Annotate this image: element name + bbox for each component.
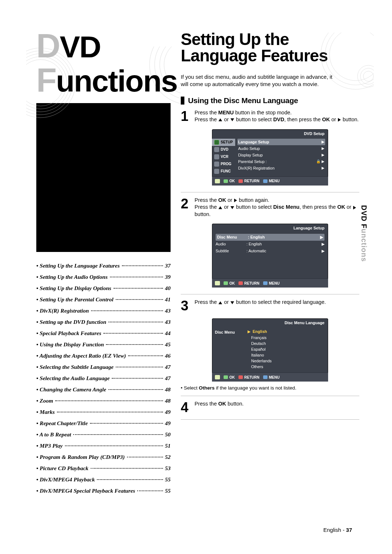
toc-dots: [91, 310, 163, 311]
toc-row: DivX(R) Registration43: [36, 305, 171, 316]
side-tab-label: DVD Functions: [360, 205, 368, 262]
svg-point-12: [358, 65, 374, 87]
toc-row: Setting Up the Parental Control41: [36, 294, 171, 305]
arrow-right-icon: ▶: [319, 249, 324, 253]
arrow-right-icon: ▶: [322, 166, 324, 170]
blue-button-icon: [263, 375, 268, 379]
osd-row-label: Disc Menu: [215, 329, 244, 370]
toc-row: MP3 Play51: [36, 440, 171, 451]
toc-page: 37: [165, 260, 171, 271]
toc-label: Adjusting the Aspect Ratio (EZ View): [36, 350, 126, 361]
toc-row: Special Playback Features44: [36, 327, 171, 339]
play-icon: ▶: [248, 329, 251, 334]
toc-dots: [65, 445, 163, 446]
step-block: 3 Press the or button to select the requ…: [181, 299, 359, 396]
red-button-icon: [238, 375, 243, 379]
svg-point-13: [360, 68, 374, 84]
setting-label: Subtitle: [216, 249, 246, 253]
osd-language-option: Español: [248, 346, 325, 352]
heading-bar-icon: [181, 97, 184, 105]
step-block: 2 Press the OK or button again. Press th…: [181, 197, 359, 295]
up-icon: [219, 118, 222, 121]
arrow-right-icon: ▶: [322, 146, 324, 150]
setting-value: : English: [248, 235, 317, 240]
down-icon: [230, 118, 234, 121]
osd-language-option: Others: [248, 364, 325, 370]
toc-row: Setting Up the Audio Options39: [36, 271, 171, 282]
toc-dots: [91, 468, 163, 469]
tab-label: FUNC: [221, 169, 231, 173]
toc-dots: [114, 288, 163, 289]
black-placeholder: [36, 103, 171, 252]
subsection-text: Using the Disc Menu Language: [188, 96, 298, 105]
option-label: Italiano: [251, 353, 264, 357]
play-icon: [353, 206, 356, 209]
toc-row: Setting Up the Display Options40: [36, 282, 171, 294]
tab-label: VCR: [221, 155, 228, 159]
option-label: Español: [251, 347, 266, 351]
osd-title: Language Setup: [212, 224, 328, 232]
osd-setting-row: Subtitle: Automatic▶: [216, 248, 324, 254]
left-column: DVD Functions Setting Up the Language Fe…: [36, 29, 171, 532]
osd-side-tab: DVD: [212, 146, 235, 153]
step-number: 3: [181, 299, 191, 313]
step-text: Press the or button to select the requir…: [195, 299, 359, 313]
step-text: Press the OK or button again. Press the …: [195, 197, 359, 218]
title-initial: D: [36, 27, 60, 64]
toc-dots: [109, 322, 163, 322]
toc-dots: [137, 490, 163, 491]
step-block: 4 Press the OK button.: [181, 400, 359, 420]
toc-row: DivX/MPEG4 Special Playback Features55: [36, 485, 171, 496]
toc-page: 47: [165, 361, 171, 372]
toc-dots: [110, 277, 163, 277]
menu-item-label: Display Setup: [238, 153, 263, 157]
osd-side-tabs: SETUPDVDVCRPROGFUNC: [212, 137, 235, 176]
toc-row: Program & Random Play (CD/MP3)52: [36, 451, 171, 463]
toc-page: 55: [165, 474, 171, 485]
page-footer: English - 37: [323, 527, 352, 533]
menu-item-label: Parental Setup :: [238, 159, 267, 164]
arrow-right-icon: ▶: [317, 235, 323, 240]
play-icon: [338, 118, 341, 122]
toc-dots: [122, 265, 163, 266]
arrow-right-icon: ▶: [322, 140, 324, 144]
toc-row: Zoom48: [36, 395, 171, 406]
osd-bottom-bar: OK RETURN MENU: [212, 176, 328, 186]
osd-language-setup-screenshot: Language Setup Disc Menu: English▶Audio:…: [212, 224, 328, 288]
toc-page: 44: [165, 327, 171, 339]
tab-icon: [214, 169, 219, 174]
toc-dots: [116, 299, 163, 300]
osd-bottom-bar: OK RETURN MENU: [212, 372, 328, 382]
menu-item-label: Audio Setup: [238, 146, 260, 151]
toc-page: 49: [165, 417, 171, 429]
toc-page: 50: [165, 429, 171, 440]
move-icon: [215, 281, 220, 285]
osd-title: DVD Setup: [212, 129, 328, 137]
move-icon: [215, 179, 220, 183]
green-button-icon: [224, 179, 228, 183]
toc-label: Using the Display Function: [36, 339, 104, 350]
toc-page: 43: [165, 305, 171, 316]
toc-label: Selecting the Subtitle Language: [36, 361, 114, 372]
step-text: Press the MENU button in the stop mode. …: [195, 109, 359, 123]
table-of-contents: Setting Up the Language Features37Settin…: [36, 260, 171, 496]
option-label: Français: [251, 335, 266, 340]
toc-label: Selecting the Audio Language: [36, 372, 110, 384]
intro-paragraph: If you set disc menu, audio and subtitle…: [181, 73, 337, 88]
osd-menu-item: Parental Setup :🔒 ▶: [237, 158, 325, 165]
toc-dots: [106, 344, 163, 345]
tab-icon: [214, 154, 219, 159]
osd-language-list: ▶EnglishFrançaisDeutschEspañolItalianoNe…: [248, 329, 325, 370]
osd-side-tab: FUNC: [212, 168, 235, 175]
setting-value: : English: [246, 242, 319, 247]
svg-point-14: [363, 71, 373, 81]
option-label: Deutsch: [251, 341, 266, 346]
osd-menu-item: Language Setup▶: [237, 139, 325, 145]
blue-button-icon: [263, 281, 268, 285]
move-icon: [215, 375, 220, 379]
toc-dots: [127, 457, 163, 457]
toc-label: DivX/MPEG4 Special Playback Features: [36, 485, 135, 496]
toc-page: 45: [165, 339, 171, 350]
red-button-icon: [238, 281, 243, 285]
green-button-icon: [224, 375, 228, 379]
